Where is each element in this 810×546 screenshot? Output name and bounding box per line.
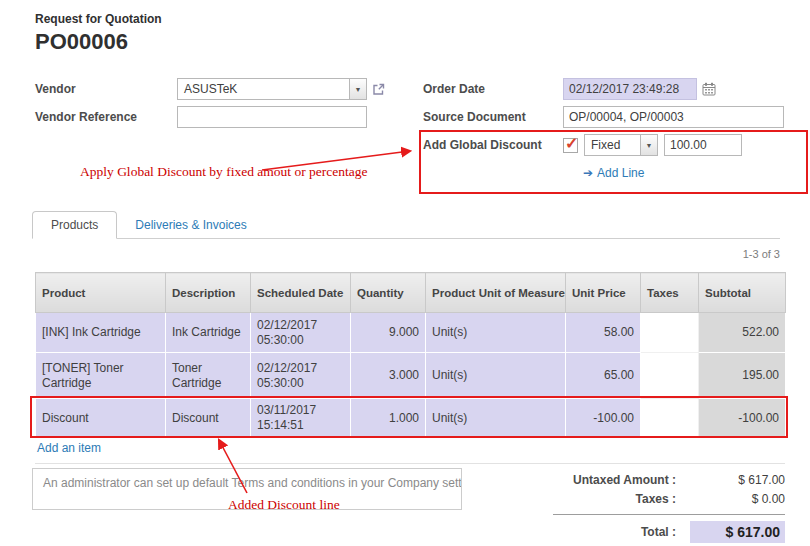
table-row[interactable]: [INK] Ink CartridgeInk Cartridge02/12/20…: [36, 313, 786, 353]
table-row[interactable]: [TONER] Toner CartridgeToner Cartridge02…: [36, 353, 786, 399]
total-value: $ 617.00: [690, 521, 785, 543]
order-date-label: Order Date: [423, 82, 563, 96]
column-header-product[interactable]: Product: [36, 273, 166, 313]
untaxed-value: $ 617.00: [690, 473, 785, 487]
total-label: Total :: [553, 525, 690, 539]
external-link-icon[interactable]: [372, 83, 385, 96]
cell-uom[interactable]: Unit(s): [426, 399, 566, 438]
vendor-value: ASUSTeK: [184, 82, 237, 96]
cell-uom[interactable]: Unit(s): [426, 313, 566, 353]
add-line-arrow-icon: ➔: [583, 166, 593, 180]
cell-unit_price[interactable]: 58.00: [566, 313, 641, 353]
cell-taxes[interactable]: [641, 399, 699, 438]
total-row: Total : $ 617.00: [553, 519, 785, 545]
add-line-label: Add Line: [597, 166, 644, 180]
vendor-label: Vendor: [35, 82, 177, 96]
document-header: Request for Quotation PO00006: [35, 12, 162, 55]
global-discount-field-row: Add Global Discount ✓ Fixed ▼: [423, 134, 784, 156]
source-document-label: Source Document: [423, 110, 563, 124]
column-header-subtotal[interactable]: Subtotal: [699, 273, 786, 313]
cell-quantity[interactable]: 9.000: [351, 313, 426, 353]
pager: 1-3 of 3: [743, 248, 780, 260]
cell-subtotal[interactable]: 522.00: [699, 313, 786, 353]
page: Request for Quotation PO00006 Vendor ASU…: [0, 0, 810, 546]
add-an-item-link[interactable]: Add an item: [37, 441, 101, 455]
cell-product[interactable]: Discount: [36, 399, 166, 438]
source-document-input[interactable]: [563, 106, 784, 128]
cell-subtotal[interactable]: 195.00: [699, 353, 786, 399]
cell-scheduled_date[interactable]: 02/12/2017 05:30:00: [251, 353, 351, 399]
source-document-field-row: Source Document: [423, 106, 784, 128]
cell-uom[interactable]: Unit(s): [426, 353, 566, 399]
line-table-body: [INK] Ink CartridgeInk Cartridge02/12/20…: [36, 313, 786, 438]
discount-type-value: Fixed: [591, 138, 620, 152]
taxes-value: $ 0.00: [690, 492, 785, 506]
cell-description[interactable]: Discount: [166, 399, 251, 438]
cell-scheduled_date[interactable]: 02/12/2017 05:30:00: [251, 313, 351, 353]
untaxed-label: Untaxed Amount :: [553, 473, 690, 487]
form-right-column: Order Date Source Document Add Global Di…: [423, 78, 784, 190]
vendor-reference-field-row: Vendor Reference: [35, 106, 385, 128]
cell-taxes[interactable]: [641, 313, 699, 353]
cell-quantity[interactable]: 1.000: [351, 399, 426, 438]
cell-taxes[interactable]: [641, 353, 699, 399]
cell-unit_price[interactable]: 65.00: [566, 353, 641, 399]
totals-divider: [553, 514, 785, 515]
vendor-select[interactable]: ASUSTeK ▼: [177, 78, 367, 100]
column-header-quantity[interactable]: Quantity: [351, 273, 426, 313]
page-title: PO00006: [35, 29, 162, 55]
notebook-tabs: Products Deliveries & Invoices: [32, 210, 780, 239]
tab-deliveries-invoices[interactable]: Deliveries & Invoices: [117, 212, 264, 238]
global-discount-label: Add Global Discount: [423, 138, 563, 152]
line-table-head: ProductDescriptionScheduled DateQuantity…: [36, 273, 786, 313]
annotation-global-discount-note: Apply Global Discount by fixed amout or …: [80, 164, 368, 180]
vendor-reference-input[interactable]: [177, 106, 367, 128]
cell-description[interactable]: Ink Cartridge: [166, 313, 251, 353]
order-date-field-row: Order Date: [423, 78, 784, 100]
calendar-icon[interactable]: [702, 82, 716, 96]
annotation-discount-line-note: Added Discount line: [228, 497, 340, 513]
cell-scheduled_date[interactable]: 03/11/2017 15:14:51: [251, 399, 351, 438]
discount-type-select[interactable]: Fixed ▼: [584, 134, 658, 156]
cell-product[interactable]: [TONER] Toner Cartridge: [36, 353, 166, 399]
discount-type-dropdown-icon[interactable]: ▼: [640, 135, 657, 155]
cell-subtotal[interactable]: -100.00: [699, 399, 786, 438]
discount-amount-input[interactable]: [664, 134, 742, 156]
vendor-field-row: Vendor ASUSTeK ▼: [35, 78, 385, 100]
column-header-taxes[interactable]: Taxes: [641, 273, 699, 313]
column-header-uom[interactable]: Product Unit of Measure: [426, 273, 566, 313]
add-line-row: ➔Add Line: [583, 162, 784, 184]
line-table-header-row: ProductDescriptionScheduled DateQuantity…: [36, 273, 786, 313]
order-date-input[interactable]: [563, 78, 697, 100]
check-icon: ✓: [565, 134, 578, 153]
cell-quantity[interactable]: 3.000: [351, 353, 426, 399]
table-row[interactable]: DiscountDiscount03/11/2017 15:14:511.000…: [36, 399, 786, 438]
tab-products[interactable]: Products: [32, 211, 117, 239]
form-left-column: Vendor ASUSTeK ▼ Vendor Reference: [35, 78, 385, 134]
vendor-reference-label: Vendor Reference: [35, 110, 177, 124]
column-header-unit_price[interactable]: Unit Price: [566, 273, 641, 313]
column-header-scheduled_date[interactable]: Scheduled Date: [251, 273, 351, 313]
totals-panel: Untaxed Amount : $ 617.00 Taxes : $ 0.00…: [553, 470, 785, 545]
cell-description[interactable]: Toner Cartridge: [166, 353, 251, 399]
global-discount-checkbox[interactable]: ✓: [563, 138, 578, 153]
untaxed-amount-row: Untaxed Amount : $ 617.00: [553, 470, 785, 489]
document-type-label: Request for Quotation: [35, 12, 162, 26]
add-line-link[interactable]: ➔Add Line: [583, 166, 644, 180]
cell-product[interactable]: [INK] Ink Cartridge: [36, 313, 166, 353]
taxes-row: Taxes : $ 0.00: [553, 489, 785, 508]
taxes-label: Taxes :: [553, 492, 690, 506]
column-header-description[interactable]: Description: [166, 273, 251, 313]
order-lines-table: ProductDescriptionScheduled DateQuantity…: [35, 272, 786, 438]
add-item-row: Add an item: [35, 437, 785, 464]
vendor-dropdown-icon[interactable]: ▼: [349, 79, 366, 99]
cell-unit_price[interactable]: -100.00: [566, 399, 641, 438]
